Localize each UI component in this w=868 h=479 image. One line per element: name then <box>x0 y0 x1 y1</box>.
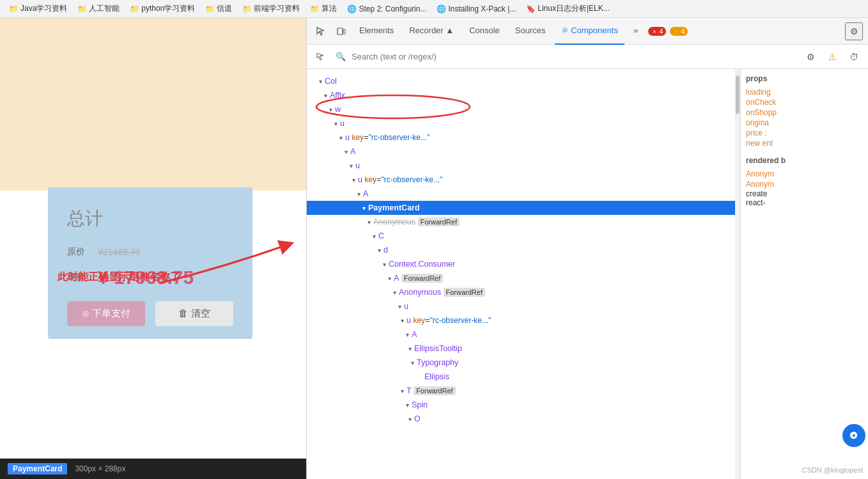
select-element-button[interactable] <box>312 48 330 66</box>
bookmark-java[interactable]: 📁 Java学习资料 <box>5 2 71 15</box>
svg-rect-0 <box>337 28 343 35</box>
tree-node-ellipsistooltip[interactable]: ▾ EllipsisTooltip <box>307 342 735 356</box>
total-card-title: 总计 <box>67 207 233 231</box>
bookmark-xpack[interactable]: 🌐 Installing X-Pack |... <box>433 3 520 15</box>
tree-node-anonymous-fwd2[interactable]: ▾ Anonymous ForwardRef <box>307 285 735 299</box>
component-tree: ▾ Col ▾ Affix ▾ w <box>307 69 735 479</box>
tab-sources[interactable]: Sources <box>509 18 552 45</box>
left-panel: 总计 原价 ¥21468.70 现价 ¥ 17968.75 ⊙ 下单支付 🗑 清… <box>0 18 307 479</box>
tab-more[interactable]: » <box>627 18 644 45</box>
bookmark-step2[interactable]: 🌐 Step 2: Configurin... <box>343 3 430 15</box>
props-panel: props loading onCheck onShopp origina pr… <box>740 69 868 479</box>
tree-node-u4[interactable]: ▾ u key = "rc-observer-ke..." <box>307 173 735 187</box>
tree-node-u5[interactable]: ▾ u <box>307 299 735 313</box>
rendered-section: rendered b Anonym Anonym create react- <box>746 156 863 207</box>
tree-node-o[interactable]: ▾ O <box>307 412 735 426</box>
tab-recorder[interactable]: Recorder ▲ <box>403 18 460 45</box>
tree-node-col[interactable]: ▾ Col <box>307 74 735 88</box>
component-label-bar: PaymentCard 300px × 288px <box>0 459 306 479</box>
card-buttons: ⊙ 下单支付 🗑 清空 <box>67 301 233 326</box>
tree-node-ellipsis[interactable]: Ellipsis <box>307 370 735 384</box>
tree-node-u6[interactable]: ▾ u key = "rc-observer-ke..." <box>307 313 735 327</box>
search-icon: 🔍 <box>334 50 348 64</box>
tree-node-paymentcard[interactable]: ▾ PaymentCard <box>307 201 735 215</box>
bookmark-frontend[interactable]: 📁 前端学习资料 <box>238 2 304 15</box>
component-size: 300px × 288px <box>75 464 125 473</box>
current-price: ¥ 17968.75 <box>98 267 194 288</box>
rendered-title: rendered b <box>746 156 863 165</box>
tree-node-u1[interactable]: ▾ u <box>307 116 735 130</box>
tree-node-t-fwd[interactable]: ▾ T ForwardRef <box>307 384 735 398</box>
csdn-watermark: CSDN @kingtopest <box>802 466 863 474</box>
original-price: ¥21468.70 <box>98 247 140 257</box>
tree-node-a3[interactable]: ▾ A <box>307 327 735 342</box>
tab-elements[interactable]: Elements <box>353 18 400 45</box>
rendered-anonym2[interactable]: Anonym <box>746 179 863 189</box>
tree-node-a2[interactable]: ▾ A <box>307 187 735 201</box>
prop-price[interactable]: price : <box>746 128 863 138</box>
device-toolbar-button[interactable] <box>332 22 350 40</box>
rendered-react: react- <box>746 198 863 207</box>
clear-button[interactable]: 🗑 清空 <box>155 301 233 326</box>
original-price-row: 原价 ¥21468.70 <box>67 246 233 258</box>
bookmarks-bar: 📁 Java学习资料 📁 人工智能 📁 python学习资料 📁 信道 📁 前端… <box>0 0 868 18</box>
tree-node-w[interactable]: ▾ w <box>307 102 735 116</box>
tab-components[interactable]: ⚛ Components <box>555 18 624 45</box>
scrollbar-thumb[interactable] <box>736 75 740 114</box>
rendered-anonym1[interactable]: Anonym <box>746 169 863 179</box>
svg-rect-1 <box>343 29 345 34</box>
main-layout: 总计 原价 ¥21468.70 现价 ¥ 17968.75 ⊙ 下单支付 🗑 清… <box>0 18 868 479</box>
warn-badge: ! 4 <box>670 27 688 36</box>
page-header-bg <box>0 18 306 191</box>
tree-node-anonymous-fwd1[interactable]: ▾ Anonymous ForwardRef <box>307 215 735 229</box>
tree-scrollbar[interactable] <box>735 69 740 479</box>
tree-node-affix[interactable]: ▾ Affix <box>307 88 735 102</box>
current-price-row: 现价 ¥ 17968.75 <box>67 267 233 288</box>
prop-loading[interactable]: loading <box>746 87 863 97</box>
search-settings-button[interactable]: ⚙ <box>802 48 819 66</box>
tree-node-context-consumer[interactable]: ▾ Context.Consumer <box>307 257 735 271</box>
rendered-create: create <box>746 189 863 198</box>
tree-node-u3[interactable]: ▾ u <box>307 159 735 173</box>
prop-oncheck[interactable]: onCheck <box>746 97 863 107</box>
tab-console[interactable]: Console <box>463 18 506 45</box>
devtools-search-bar: 🔍 ⚙ ⚠ ⏱ <box>307 45 868 69</box>
tree-node-u2[interactable]: ▾ u key = "rc-observer-ke..." <box>307 130 735 145</box>
bookmark-ai[interactable]: 📁 人工智能 <box>74 2 123 15</box>
bookmark-channel[interactable]: 📁 信道 <box>201 2 236 15</box>
inspect-element-button[interactable] <box>312 22 330 40</box>
bookmark-algorithm[interactable]: 📁 算法 <box>306 2 341 15</box>
devtools-panel: Elements Recorder ▲ Console Sources ⚛ Co… <box>307 18 868 479</box>
bookmark-python[interactable]: 📁 python学习资料 <box>126 2 199 15</box>
search-input[interactable] <box>352 52 798 61</box>
component-name-badge: PaymentCard <box>8 463 67 475</box>
tree-node-typography[interactable]: ▾ Typography <box>307 356 735 370</box>
tree-node-a1[interactable]: ▾ A <box>307 145 735 159</box>
prop-onshopp[interactable]: onShopp <box>746 107 863 118</box>
devtools-content: ▾ Col ▾ Affix ▾ w <box>307 69 868 479</box>
devtools-toolbar: Elements Recorder ▲ Console Sources ⚛ Co… <box>307 18 868 45</box>
props-section-title: props <box>746 74 863 83</box>
tree-node-c[interactable]: ▾ C <box>307 229 735 243</box>
prop-origina[interactable]: origina <box>746 118 863 128</box>
tree-node-spin[interactable]: ▾ Spin <box>307 398 735 412</box>
float-action-button[interactable] <box>842 424 865 447</box>
error-badge: ✕ 4 <box>648 27 666 36</box>
tree-wrapper: ▾ Col ▾ Affix ▾ w <box>307 69 740 479</box>
search-timer-button[interactable]: ⏱ <box>845 48 863 66</box>
total-card: 总计 原价 ¥21468.70 现价 ¥ 17968.75 ⊙ 下单支付 🗑 清… <box>48 187 252 339</box>
bookmark-elk[interactable]: 🔖 Linux日志分析|ELK... <box>522 2 614 15</box>
tree-node-a-fwd[interactable]: ▾ A ForwardRef <box>307 271 735 285</box>
svg-text:✕: ✕ <box>653 29 656 33</box>
order-button[interactable]: ⊙ 下单支付 <box>67 301 145 326</box>
search-warn-button[interactable]: ⚠ <box>823 48 841 66</box>
tree-node-d[interactable]: ▾ d <box>307 243 735 257</box>
devtools-settings-button[interactable]: ⚙ <box>845 22 863 40</box>
prop-newentry[interactable]: new ent <box>746 138 863 148</box>
